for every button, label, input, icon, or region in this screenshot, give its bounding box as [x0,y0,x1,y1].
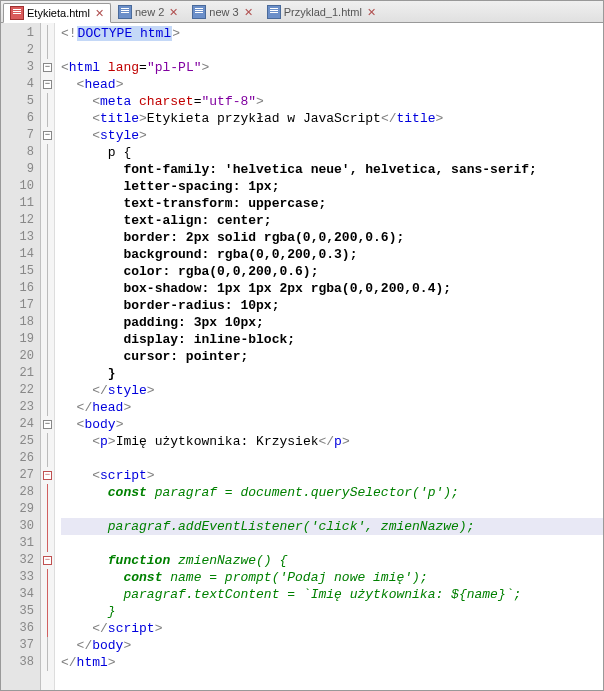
fold-cell [41,365,54,382]
token: > [123,400,131,415]
code-line[interactable]: </body> [61,637,603,654]
fold-toggle-icon[interactable]: − [43,80,52,89]
code-area[interactable]: <!DOCTYPE html><html lang="pl-PL"> <head… [55,23,603,690]
code-line[interactable]: paragraf.addEventListener('click', zmien… [61,518,603,535]
fold-toggle-icon[interactable]: − [43,471,52,480]
fold-cell [41,450,54,467]
code-line[interactable]: p { [61,144,603,161]
code-line[interactable]: <meta charset="utf-8"> [61,93,603,110]
token: body [84,417,115,432]
code-line[interactable]: } [61,603,603,620]
code-line[interactable]: color: rgba(0,0,200,0.6); [61,263,603,280]
code-line[interactable]: font-family: 'helvetica neue', helvetica… [61,161,603,178]
token: border: 2px solid rgba(0,0,200,0.6); [123,230,404,245]
token: "utf-8" [201,94,256,109]
code-line[interactable]: const paragraf = document.querySelector(… [61,484,603,501]
code-line[interactable]: letter-spacing: 1px; [61,178,603,195]
fold-cell: − [41,127,54,144]
token: Imię użytkownika: Krzysiek [116,434,319,449]
code-line[interactable]: <script> [61,467,603,484]
code-line[interactable]: <body> [61,416,603,433]
tab-new-2[interactable]: new 2✕ [111,2,185,22]
code-line[interactable] [61,42,603,59]
tab-label: new 3 [209,6,238,18]
code-line[interactable]: <!DOCTYPE html> [61,25,603,42]
code-line[interactable]: </head> [61,399,603,416]
token: > [108,655,116,670]
fold-cell [41,586,54,603]
code-line[interactable]: <p>Imię użytkownika: Krzysiek</p> [61,433,603,450]
token: const [108,485,147,500]
token: text-align: center; [123,213,271,228]
fold-toggle-icon[interactable]: − [43,556,52,565]
token: padding: 3px 10px; [123,315,263,330]
fold-toggle-icon[interactable]: − [43,131,52,140]
token: > [147,468,155,483]
code-line[interactable]: background: rgba(0,0,200,0.3); [61,246,603,263]
close-icon[interactable]: ✕ [365,6,376,19]
tab-new-3[interactable]: new 3✕ [185,2,259,22]
line-number: 35 [1,603,40,620]
code-line[interactable]: text-transform: uppercase; [61,195,603,212]
fold-cell [41,348,54,365]
token: > [123,638,131,653]
token: body [92,638,123,653]
code-line[interactable]: <style> [61,127,603,144]
code-line[interactable]: </script> [61,620,603,637]
code-line[interactable]: border: 2px solid rgba(0,0,200,0.6); [61,229,603,246]
fold-toggle-icon[interactable]: − [43,63,52,72]
token: style [108,383,147,398]
tab-przyklad-1-html[interactable]: Przyklad_1.html✕ [260,2,383,22]
token: > [108,434,116,449]
code-line[interactable] [61,450,603,467]
close-icon[interactable]: ✕ [167,6,178,19]
token: > [201,60,209,75]
fold-cell [41,25,54,42]
file-icon [118,5,132,19]
code-line[interactable]: cursor: pointer; [61,348,603,365]
code-line[interactable]: paragraf.textContent = `Imię użytkownika… [61,586,603,603]
code-line[interactable]: </html> [61,654,603,671]
close-icon[interactable]: ✕ [93,7,104,20]
close-icon[interactable]: ✕ [242,6,253,19]
code-line[interactable]: <head> [61,76,603,93]
code-line[interactable]: <html lang="pl-PL"> [61,59,603,76]
code-line[interactable]: function zmienNazwe() { [61,552,603,569]
line-number: 4 [1,76,40,93]
line-number: 33 [1,569,40,586]
fold-cell [41,654,54,671]
line-number: 23 [1,399,40,416]
line-number: 36 [1,620,40,637]
fold-cell [41,620,54,637]
token: head [84,77,115,92]
line-number: 11 [1,195,40,212]
tab-bar: Etykieta.html✕new 2✕new 3✕Przyklad_1.htm… [1,1,603,23]
code-line[interactable]: box-shadow: 1px 1px 2px rgba(0,0,200,0.4… [61,280,603,297]
fold-cell [41,178,54,195]
fold-cell [41,382,54,399]
fold-cell [41,229,54,246]
fold-toggle-icon[interactable]: − [43,420,52,429]
code-line[interactable]: const name = prompt('Podaj nowe imię'); [61,569,603,586]
code-line[interactable]: <title>Etykieta przykład w JavaScript</t… [61,110,603,127]
code-line[interactable]: padding: 3px 10px; [61,314,603,331]
code-line[interactable]: display: inline-block; [61,331,603,348]
code-line[interactable]: </style> [61,382,603,399]
code-line[interactable] [61,535,603,552]
token: style [100,128,139,143]
token: "pl-PL" [147,60,202,75]
token: lang [108,60,139,75]
line-number: 20 [1,348,40,365]
token: = [139,60,147,75]
token: > [172,26,180,41]
line-number: 12 [1,212,40,229]
tab-etykieta-html[interactable]: Etykieta.html✕ [3,3,111,23]
line-number: 9 [1,161,40,178]
line-number: 32 [1,552,40,569]
code-line[interactable]: border-radius: 10px; [61,297,603,314]
token: > [256,94,264,109]
code-line[interactable]: text-align: center; [61,212,603,229]
token: > [139,111,147,126]
code-line[interactable]: } [61,365,603,382]
code-line[interactable] [61,501,603,518]
